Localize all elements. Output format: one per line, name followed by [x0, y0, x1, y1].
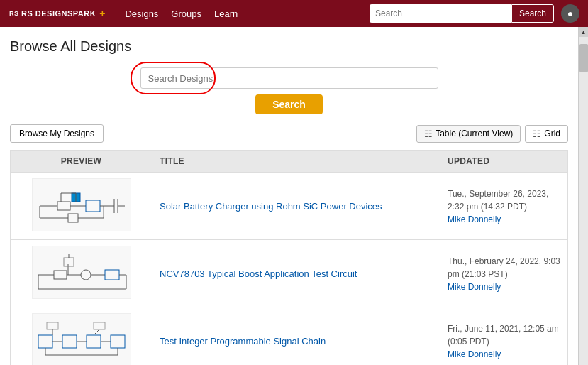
- col-header-updated: UPDATED: [440, 151, 568, 173]
- logo-brand: RS DESIGNSPARK: [21, 9, 96, 18]
- title-cell-1: NCV78703 Typical Boost Application Test …: [152, 240, 440, 307]
- updated-cell-2: Fri., June 11, 2021, 12:05 am (0:05 PDT)…: [440, 307, 568, 366]
- preview-cell-0: [11, 173, 152, 240]
- updated-date-0: Tue., September 26, 2023, 2:32 pm (14:32…: [448, 187, 560, 213]
- design-search-wrapper: [140, 67, 438, 89]
- nav-designs[interactable]: Designs: [125, 9, 158, 19]
- vscroll-track[interactable]: [579, 37, 589, 365]
- nav-learn[interactable]: Learn: [214, 9, 238, 19]
- vertical-scrollbar[interactable]: ▲ ▼: [578, 27, 588, 365]
- view-buttons: ☷ Table (Current View) ☷ Grid: [416, 125, 568, 143]
- header: RS RS DESIGNSPARK + Designs Groups Learn…: [0, 0, 588, 27]
- page-wrapper: RS RS DESIGNSPARK + Designs Groups Learn…: [0, 0, 588, 365]
- design-title-link-2[interactable]: Test Integer Programmable Signal Chain: [160, 336, 326, 347]
- updated-cell-1: Thu., February 24, 2022, 9:03 pm (21:03 …: [440, 240, 568, 307]
- grid-icon: ☷: [533, 129, 541, 139]
- svg-rect-34: [33, 314, 131, 365]
- avatar[interactable]: ●: [561, 4, 579, 23]
- table-row: Solar Battery Charger using Rohm SiC Pow…: [11, 173, 568, 240]
- vscroll-thumb[interactable]: [579, 44, 588, 72]
- svg-rect-20: [33, 246, 131, 299]
- content-area: Browse All Designs Search Browse My Desi…: [0, 27, 578, 365]
- svg-rect-2: [33, 179, 131, 231]
- main-nav: Designs Groups Learn: [125, 9, 238, 19]
- logo-text: RS RS DESIGNSPARK: [9, 9, 96, 18]
- toolbar: Browse My Designs ☷ Table (Current View)…: [10, 124, 568, 143]
- main-content: Browse All Designs Search Browse My Desi…: [0, 27, 578, 365]
- table-row: NCV78703 Typical Boost Application Test …: [11, 240, 568, 307]
- table-header-row: PREVIEW TITLE UPDATED: [11, 151, 568, 173]
- design-title-link-1[interactable]: NCV78703 Typical Boost Application Test …: [160, 268, 357, 279]
- col-header-title: TITLE: [152, 151, 440, 173]
- preview-image-2: [32, 313, 131, 365]
- content-with-scrollbar: Browse All Designs Search Browse My Desi…: [0, 27, 588, 365]
- nav-groups[interactable]: Groups: [171, 9, 201, 19]
- logo[interactable]: RS RS DESIGNSPARK +: [9, 8, 105, 19]
- grid-view-button[interactable]: ☷ Grid: [525, 125, 568, 143]
- design-search-button[interactable]: Search: [255, 94, 323, 114]
- design-title-link-0[interactable]: Solar Battery Charger using Rohm SiC Pow…: [160, 201, 382, 212]
- preview-cell-2: [11, 307, 152, 366]
- updated-author-2[interactable]: Mike Donnelly: [448, 349, 560, 359]
- logo-plus: +: [99, 8, 105, 19]
- table-view-button[interactable]: ☷ Table (Current View): [416, 125, 521, 143]
- updated-date-2: Fri., June 11, 2021, 12:05 am (0:05 PDT): [448, 322, 560, 348]
- col-header-preview: PREVIEW: [11, 151, 152, 173]
- svg-text:RS: RS: [9, 10, 19, 17]
- page-title: Browse All Designs: [10, 38, 568, 55]
- updated-author-1[interactable]: Mike Donnelly: [448, 282, 560, 292]
- table-row: Test Integer Programmable Signal ChainFr…: [11, 307, 568, 366]
- design-search-input[interactable]: [140, 67, 438, 89]
- title-cell-2: Test Integer Programmable Signal Chain: [152, 307, 440, 366]
- designs-table: PREVIEW TITLE UPDATED: [10, 150, 568, 365]
- browse-my-designs-button[interactable]: Browse My Designs: [10, 124, 104, 143]
- design-search-area: Search: [10, 67, 568, 114]
- header-search-button[interactable]: Search: [511, 4, 554, 23]
- preview-cell-1: [11, 240, 152, 307]
- updated-author-0[interactable]: Mike Donnelly: [448, 214, 560, 224]
- table-icon: ☷: [424, 129, 433, 139]
- updated-cell-0: Tue., September 26, 2023, 2:32 pm (14:32…: [440, 173, 568, 240]
- preview-image-1: [32, 246, 131, 299]
- updated-date-1: Thu., February 24, 2022, 9:03 pm (21:03 …: [448, 255, 560, 280]
- header-search: Search ●: [370, 4, 579, 23]
- grid-view-label: Grid: [544, 129, 560, 138]
- header-search-input[interactable]: [370, 4, 511, 23]
- preview-image-0: [32, 178, 131, 231]
- title-cell-0: Solar Battery Charger using Rohm SiC Pow…: [152, 173, 440, 240]
- table-view-label: Table (Current View): [436, 129, 513, 138]
- vscroll-up-btn[interactable]: ▲: [579, 27, 589, 37]
